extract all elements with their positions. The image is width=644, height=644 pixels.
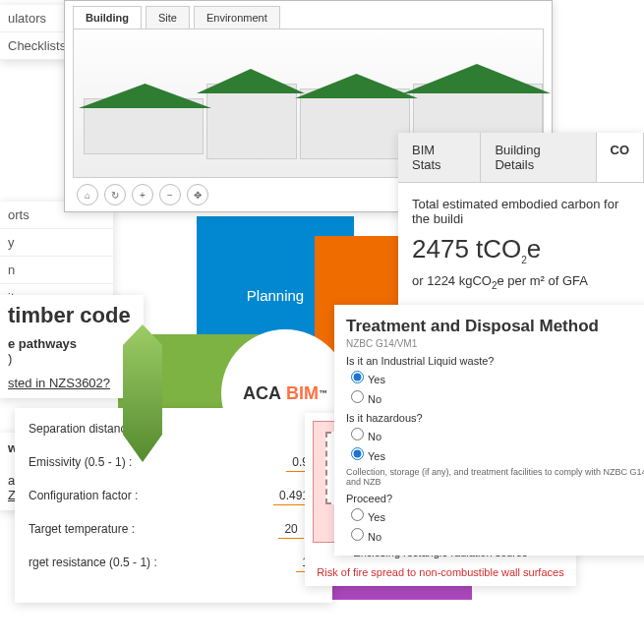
radio-no[interactable]: [351, 428, 364, 440]
input-target-temp[interactable]: 20: [278, 520, 303, 539]
treatment-ref: NZBC G14/VM1: [346, 338, 644, 349]
zoom-out-icon[interactable]: −: [159, 184, 181, 205]
carbon-value: 2475 tCO2e: [412, 234, 630, 265]
treatment-panel: Treatment and Disposal Method NZBC G14/V…: [334, 305, 644, 556]
zoom-in-icon[interactable]: +: [132, 184, 153, 205]
radio-yes[interactable]: [351, 447, 364, 460]
opt-no[interactable]: No: [346, 424, 644, 443]
q-hazardous: Is it hazardous?: [346, 412, 644, 424]
frr-risk-warning: Risk of fire spread to non-combustible w…: [313, 566, 568, 578]
opt-no[interactable]: No: [346, 524, 644, 544]
opt-yes[interactable]: Yes: [346, 443, 644, 463]
tab-site[interactable]: Site: [146, 6, 190, 29]
radio-no[interactable]: [351, 390, 364, 403]
timber-title: timber code: [8, 303, 136, 328]
viewer-tabs: Building Site Environment: [65, 1, 552, 29]
radio-yes[interactable]: [351, 371, 364, 383]
label-resistance: rget resistance (0.5 - 1) :: [29, 556, 157, 569]
carbon-per-area: or 1224 kgCO2e per m² of GFA: [412, 273, 630, 291]
treatment-title: Treatment and Disposal Method: [346, 317, 644, 336]
label-emissivity: Emissivity (0.5 - 1) :: [29, 455, 132, 469]
pan-icon[interactable]: ✥: [187, 184, 208, 205]
opt-yes[interactable]: Yes: [346, 367, 644, 386]
label-config: Configuration factor :: [29, 489, 138, 502]
orbit-icon[interactable]: ↻: [104, 184, 126, 205]
radio-no[interactable]: [351, 528, 364, 541]
sidebar-item[interactable]: n: [0, 257, 113, 284]
label-separation: Separation distance :: [29, 422, 140, 436]
tab-building-details[interactable]: Building Details: [481, 133, 596, 182]
opt-no[interactable]: No: [346, 386, 644, 406]
timber-code-panel: timber code e pathways ) sted in NZS3602…: [0, 295, 144, 398]
tab-building[interactable]: Building: [73, 6, 142, 29]
sidebar-item[interactable]: y: [0, 229, 113, 257]
tab-environment[interactable]: Environment: [194, 6, 280, 29]
bim-stats-panel: BIM Stats Building Details CO Total esti…: [398, 133, 644, 331]
q-industrial: Is it an Industrial Liquid waste?: [346, 355, 644, 367]
carbon-lead: Total estimated embodied carbon for the …: [412, 197, 630, 226]
tab-bim-stats[interactable]: BIM Stats: [398, 133, 481, 182]
cycle-arrow-icon: [123, 324, 162, 462]
tab-co2[interactable]: CO: [597, 133, 645, 182]
q-proceed: Proceed?: [346, 493, 644, 504]
home-icon[interactable]: ⌂: [77, 184, 98, 205]
opt-yes[interactable]: Yes: [346, 504, 644, 524]
radio-yes[interactable]: [351, 508, 364, 521]
treatment-note: Collection, storage (if any), and treatm…: [346, 467, 644, 487]
label-target-temp: Target temperature :: [29, 522, 135, 536]
